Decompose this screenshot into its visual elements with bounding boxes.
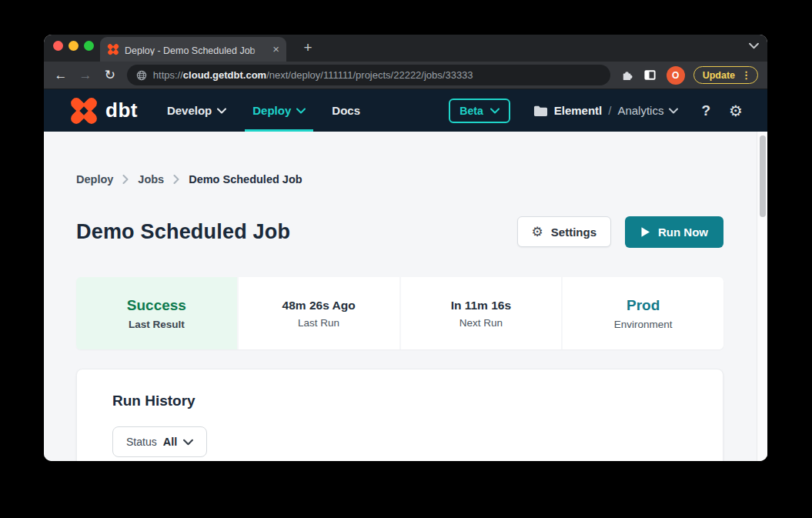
next-run-value: In 11m 16s xyxy=(451,299,511,312)
play-icon xyxy=(640,226,650,238)
browser-update-button[interactable]: Update ⋮ xyxy=(693,66,758,84)
beta-label: Beta xyxy=(459,105,483,117)
forward-icon[interactable]: → xyxy=(78,68,93,83)
account-separator: / xyxy=(608,104,611,117)
dbt-favicon-icon xyxy=(107,44,119,55)
run-history-title: Run History xyxy=(112,393,723,409)
run-history-card: Run History Status All xyxy=(76,369,723,461)
next-run-label: Next Run xyxy=(459,317,503,329)
content-scrollbar[interactable] xyxy=(757,132,767,461)
url-path: /next/deploy/111111/projects/22222/jobs/… xyxy=(266,69,473,81)
page-content: Deploy Jobs Demo Scheduled Job Demo Sche… xyxy=(44,132,767,461)
address-bar[interactable]: https://cloud.getdbt.com/next/deploy/111… xyxy=(127,65,610,85)
dbt-logo-icon xyxy=(69,96,99,125)
side-panel-icon[interactable] xyxy=(643,69,657,82)
status-card-next-run: In 11m 16s Next Run xyxy=(401,277,562,349)
browser-titlebar: Deploy - Demo Scheduled Job × + xyxy=(44,35,767,62)
scrollbar-thumb[interactable] xyxy=(760,135,766,217)
globe-icon xyxy=(136,70,147,81)
last-result-value: Success xyxy=(127,297,186,314)
breadcrumb-jobs[interactable]: Jobs xyxy=(138,173,164,185)
chevron-right-icon xyxy=(122,175,129,184)
url-domain: cloud.getdbt.com xyxy=(183,69,266,81)
back-icon[interactable]: ← xyxy=(53,68,69,83)
chevron-down-icon xyxy=(296,108,306,114)
last-run-value: 48m 26s Ago xyxy=(282,299,356,312)
tab-close-icon[interactable]: × xyxy=(272,44,279,55)
dbt-logo-text: dbt xyxy=(105,99,138,122)
tab-search-chevron-icon[interactable] xyxy=(749,42,759,49)
breadcrumb-current: Demo Scheduled Job xyxy=(189,173,302,185)
breadcrumb: Deploy Jobs Demo Scheduled Job xyxy=(76,173,723,185)
browser-toolbar: ← → ↻ https://cloud.getdbt.com/next/depl… xyxy=(44,62,767,89)
browser-tab[interactable]: Deploy - Demo Scheduled Job × xyxy=(100,37,286,62)
nav-deploy[interactable]: Deploy xyxy=(245,89,313,132)
reload-icon[interactable]: ↻ xyxy=(102,67,118,83)
chevron-down-icon xyxy=(183,439,193,446)
window-controls xyxy=(53,41,94,51)
url-protocol: https:// xyxy=(153,69,183,81)
nav-docs[interactable]: Docs xyxy=(324,89,368,132)
profile-avatar[interactable]: O xyxy=(667,66,685,85)
project-name: Analytics xyxy=(617,104,663,117)
environment-value: Prod xyxy=(627,297,660,314)
job-status-summary: Success Last Result 48m 26s Ago Last Run… xyxy=(76,277,723,349)
status-filter-dropdown[interactable]: Status All xyxy=(112,426,207,457)
status-card-environment: Prod Environment xyxy=(563,277,723,349)
chevron-down-icon xyxy=(490,108,500,114)
breadcrumb-deploy[interactable]: Deploy xyxy=(76,173,113,185)
help-icon[interactable]: ? xyxy=(701,102,710,119)
chevron-down-icon xyxy=(669,108,678,114)
beta-dropdown[interactable]: Beta xyxy=(449,99,510,123)
environment-label: Environment xyxy=(614,319,673,330)
minimize-window-button[interactable] xyxy=(69,41,79,51)
page-title: Demo Scheduled Job xyxy=(76,220,290,244)
run-now-button[interactable]: Run Now xyxy=(625,216,723,248)
last-result-label: Last Result xyxy=(129,319,185,330)
chevron-right-icon xyxy=(173,175,179,184)
account-name: Elementl xyxy=(554,104,603,117)
settings-gear-icon[interactable]: ⚙ xyxy=(729,103,743,119)
account-project-selector[interactable]: Elementl / Analytics xyxy=(533,104,679,117)
last-run-label: Last Run xyxy=(298,317,339,329)
dbt-navbar: dbt Develop Deploy Docs Beta Elementl / … xyxy=(44,89,767,132)
update-label: Update xyxy=(703,70,735,81)
gear-icon: ⚙ xyxy=(532,226,543,239)
zoom-window-button[interactable] xyxy=(84,41,94,51)
tab-title: Deploy - Demo Scheduled Job xyxy=(125,45,256,55)
new-tab-button[interactable]: + xyxy=(298,38,318,58)
folder-icon xyxy=(533,105,548,117)
close-window-button[interactable] xyxy=(53,41,63,51)
browser-window: Deploy - Demo Scheduled Job × + ← → ↻ ht… xyxy=(44,35,767,461)
nav-develop[interactable]: Develop xyxy=(159,89,234,132)
dbt-logo[interactable]: dbt xyxy=(69,96,138,125)
settings-button[interactable]: ⚙ Settings xyxy=(517,216,611,247)
browser-menu-icon[interactable]: ⋮ xyxy=(739,69,754,81)
status-card-last-result: Success Last Result xyxy=(76,277,237,349)
chevron-down-icon xyxy=(217,108,226,114)
status-card-last-run: 48m 26s Ago Last Run xyxy=(239,277,399,349)
extensions-puzzle-icon[interactable] xyxy=(620,69,633,82)
